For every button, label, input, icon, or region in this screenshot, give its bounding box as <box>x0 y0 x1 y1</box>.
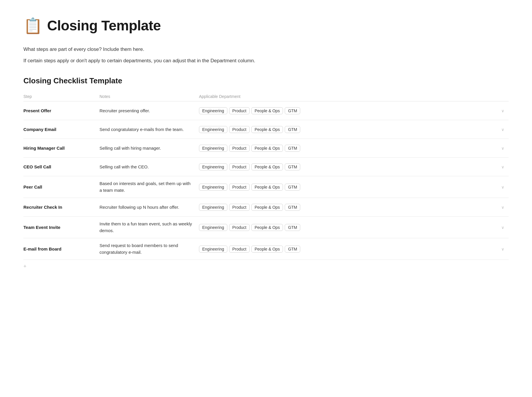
step-name: Recruiter Check In <box>23 205 99 210</box>
description-2: If certain steps apply or don't apply to… <box>23 57 509 65</box>
chevron-down-icon: ∨ <box>501 165 504 169</box>
department-tag[interactable]: People & Ops <box>251 126 283 133</box>
department-tag[interactable]: Product <box>229 224 250 231</box>
tags-cell: EngineeringProductPeople & OpsGTM <box>199 204 497 211</box>
tags-cell: EngineeringProductPeople & OpsGTM <box>199 184 497 191</box>
tags-cell: EngineeringProductPeople & OpsGTM <box>199 246 497 253</box>
department-tag[interactable]: People & Ops <box>251 204 283 211</box>
step-notes: Based on interests and goals, set them u… <box>99 180 199 194</box>
table-row[interactable]: E-mail from BoardSend request to board m… <box>23 238 509 260</box>
department-tag[interactable]: GTM <box>285 163 300 170</box>
step-notes: Selling call with hiring manager. <box>99 145 199 152</box>
description-1: What steps are part of every close? Incl… <box>23 45 509 53</box>
step-name: E-mail from Board <box>23 246 99 251</box>
department-tag[interactable]: Engineering <box>199 246 227 253</box>
department-tag[interactable]: GTM <box>285 204 300 211</box>
step-notes: Recruiter presenting offer. <box>99 108 199 114</box>
department-tag[interactable]: GTM <box>285 184 300 191</box>
department-tag[interactable]: Product <box>229 184 250 191</box>
department-tag[interactable]: People & Ops <box>251 246 283 253</box>
step-name: CEO Sell Call <box>23 164 99 169</box>
section-title: Closing Checklist Template <box>23 76 509 85</box>
col-header-dept: Applicable Department <box>199 94 497 99</box>
table-body: Present OfferRecruiter presenting offer.… <box>23 101 509 260</box>
chevron-down-icon: ∨ <box>501 108 504 113</box>
department-tag[interactable]: GTM <box>285 224 300 231</box>
chevron-down-icon: ∨ <box>501 146 504 151</box>
department-tag[interactable]: Product <box>229 246 250 253</box>
department-tag[interactable]: Engineering <box>199 107 227 114</box>
tags-cell: EngineeringProductPeople & OpsGTM <box>199 145 497 152</box>
checklist-table: Step Notes Applicable Department Present… <box>23 92 509 273</box>
chevron-cell[interactable]: ∨ <box>497 165 509 169</box>
page-icon: 📋 <box>23 18 42 33</box>
step-notes: Send congratulatory e-mails from the tea… <box>99 126 199 133</box>
chevron-down-icon: ∨ <box>501 247 504 251</box>
table-row[interactable]: Company EmailSend congratulatory e-mails… <box>23 120 509 139</box>
step-name: Hiring Manager Call <box>23 146 99 151</box>
department-tag[interactable]: GTM <box>285 246 300 253</box>
step-name: Team Event Invite <box>23 225 99 230</box>
department-tag[interactable]: Engineering <box>199 126 227 133</box>
col-header-action <box>497 94 509 99</box>
table-row[interactable]: Team Event InviteInvite them to a fun te… <box>23 217 509 238</box>
department-tag[interactable]: GTM <box>285 107 300 114</box>
table-row[interactable]: Hiring Manager CallSelling call with hir… <box>23 139 509 158</box>
department-tag[interactable]: GTM <box>285 145 300 152</box>
step-name: Peer Call <box>23 184 99 189</box>
step-notes: Recruiter following up N hours after off… <box>99 204 199 211</box>
step-name: Present Offer <box>23 108 99 113</box>
department-tag[interactable]: Product <box>229 145 250 152</box>
chevron-cell[interactable]: ∨ <box>497 127 509 132</box>
department-tag[interactable]: Engineering <box>199 204 227 211</box>
tags-cell: EngineeringProductPeople & OpsGTM <box>199 126 497 133</box>
department-tag[interactable]: GTM <box>285 126 300 133</box>
step-notes: Invite them to a fun team event, such as… <box>99 221 199 234</box>
department-tag[interactable]: People & Ops <box>251 145 283 152</box>
department-tag[interactable]: Engineering <box>199 224 227 231</box>
table-row[interactable]: CEO Sell CallSelling call with the CEO.E… <box>23 158 509 176</box>
department-tag[interactable]: People & Ops <box>251 184 283 191</box>
add-row-button[interactable]: + <box>23 260 509 273</box>
tags-cell: EngineeringProductPeople & OpsGTM <box>199 163 497 170</box>
department-tag[interactable]: Product <box>229 126 250 133</box>
department-tag[interactable]: Product <box>229 204 250 211</box>
table-row[interactable]: Peer CallBased on interests and goals, s… <box>23 176 509 198</box>
chevron-cell[interactable]: ∨ <box>497 108 509 113</box>
department-tag[interactable]: People & Ops <box>251 224 283 231</box>
col-header-step: Step <box>23 94 99 99</box>
chevron-cell[interactable]: ∨ <box>497 247 509 251</box>
department-tag[interactable]: Product <box>229 107 250 114</box>
department-tag[interactable]: Engineering <box>199 163 227 170</box>
step-notes: Send request to board members to send co… <box>99 242 199 256</box>
table-row[interactable]: Recruiter Check InRecruiter following up… <box>23 198 509 217</box>
department-tag[interactable]: Engineering <box>199 184 227 191</box>
table-row[interactable]: Present OfferRecruiter presenting offer.… <box>23 101 509 120</box>
page-header: 📋 Closing Template <box>23 18 509 34</box>
chevron-cell[interactable]: ∨ <box>497 225 509 230</box>
department-tag[interactable]: People & Ops <box>251 107 283 114</box>
department-tag[interactable]: Engineering <box>199 145 227 152</box>
chevron-cell[interactable]: ∨ <box>497 205 509 210</box>
tags-cell: EngineeringProductPeople & OpsGTM <box>199 224 497 231</box>
department-tag[interactable]: Product <box>229 163 250 170</box>
chevron-down-icon: ∨ <box>501 185 504 189</box>
table-header: Step Notes Applicable Department <box>23 92 509 101</box>
chevron-down-icon: ∨ <box>501 205 504 210</box>
col-header-notes: Notes <box>99 94 199 99</box>
chevron-cell[interactable]: ∨ <box>497 146 509 151</box>
chevron-down-icon: ∨ <box>501 225 504 230</box>
page-title: Closing Template <box>47 18 161 34</box>
chevron-down-icon: ∨ <box>501 127 504 132</box>
plus-icon: + <box>23 263 27 270</box>
step-name: Company Email <box>23 127 99 132</box>
tags-cell: EngineeringProductPeople & OpsGTM <box>199 107 497 114</box>
step-notes: Selling call with the CEO. <box>99 164 199 170</box>
department-tag[interactable]: People & Ops <box>251 163 283 170</box>
chevron-cell[interactable]: ∨ <box>497 185 509 189</box>
